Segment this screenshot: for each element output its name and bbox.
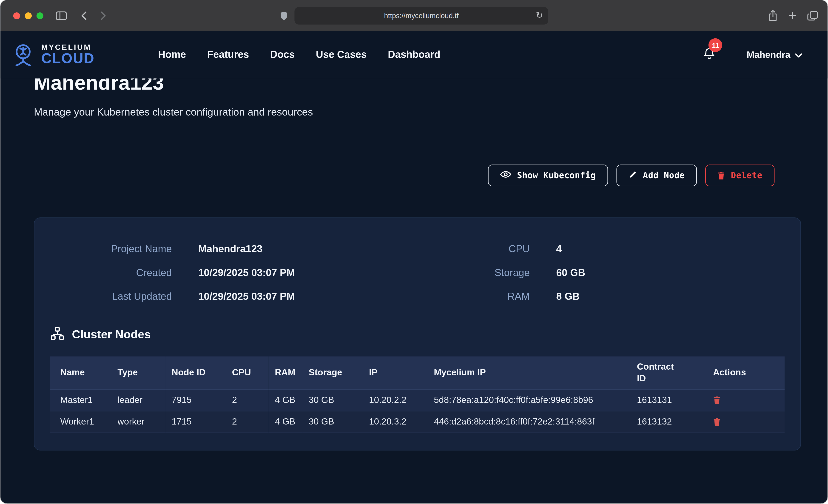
detail-row-last-updated: Last Updated 10/29/2025 03:07 PM: [50, 285, 408, 308]
cluster-nodes-title: Cluster Nodes: [72, 328, 151, 341]
cluster-nodes-table: Name Type Node ID CPU RAM Storage IP Myc…: [50, 356, 785, 433]
nav-links: Home Features Docs Use Cases Dashboard: [158, 49, 440, 60]
detail-row-ram: RAM 8 GB: [408, 285, 785, 308]
delete-cluster-button[interactable]: Delete: [705, 165, 775, 186]
cell-mycelium-ip: 5d8:78ea:a120:f40c:ff0f:a5fe:99e6:8b96: [427, 389, 631, 411]
cluster-nodes-heading: Cluster Nodes: [50, 326, 785, 342]
details-left-column: Project Name Mahendra123 Created 10/29/2…: [50, 237, 408, 308]
cell-mycelium-ip: 446:d2a6:8bcd:8c16:ff0f:72e2:3114:863f: [427, 411, 631, 433]
browser-window: https://myceliumcloud.tf ↻: [0, 0, 827, 503]
cell-ip: 10.20.3.2: [363, 411, 427, 433]
created-label: Created: [50, 267, 172, 279]
brand-line2: CLOUD: [41, 52, 94, 66]
project-name-label: Project Name: [50, 243, 172, 255]
nav-item-dashboard[interactable]: Dashboard: [388, 49, 440, 60]
page-subtitle: Manage your Kubernetes cluster configura…: [34, 106, 801, 118]
cpu-value: 4: [556, 243, 785, 255]
ram-value: 8 GB: [556, 291, 785, 302]
pencil-icon: [628, 170, 637, 181]
nav-item-features[interactable]: Features: [207, 49, 249, 60]
table-row-master1: Master1 leader 7915 2 4 GB 30 GB 10.20.2…: [50, 389, 785, 411]
show-kubeconfig-button[interactable]: Show Kubeconfig: [488, 165, 608, 186]
tab-overview-icon[interactable]: [807, 10, 818, 21]
last-updated-label: Last Updated: [50, 291, 172, 302]
url-text: https://myceliumcloud.tf: [384, 11, 459, 19]
cell-contract-id: 1613131: [631, 389, 707, 411]
created-value: 10/29/2025 03:07 PM: [198, 267, 408, 279]
col-storage: Storage: [302, 356, 363, 390]
new-tab-icon[interactable]: [788, 11, 797, 20]
user-name: Mahendra: [747, 49, 790, 60]
cell-name: Worker1: [50, 411, 111, 433]
nav-item-docs[interactable]: Docs: [270, 49, 295, 60]
user-menu[interactable]: Mahendra: [747, 49, 802, 60]
cell-type: worker: [111, 411, 165, 433]
cell-node-id: 1715: [165, 411, 226, 433]
cell-name: Master1: [50, 389, 111, 411]
col-name: Name: [50, 356, 111, 390]
col-actions: Actions: [707, 356, 785, 390]
cell-type: leader: [111, 389, 165, 411]
cell-cpu: 2: [226, 389, 268, 411]
cell-cpu: 2: [226, 411, 268, 433]
stage: https://myceliumcloud.tf ↻: [0, 0, 828, 504]
cluster-nodes-icon: [50, 326, 65, 342]
detail-row-created: Created 10/29/2025 03:07 PM: [50, 261, 408, 285]
detail-row-project-name: Project Name Mahendra123: [50, 237, 408, 261]
mycelium-logo-icon: [8, 42, 36, 67]
cluster-details-card: Project Name Mahendra123 Created 10/29/2…: [34, 217, 801, 451]
address-bar[interactable]: https://myceliumcloud.tf ↻: [294, 7, 548, 24]
cell-actions: [707, 389, 785, 411]
table-row-worker1: Worker1 worker 1715 2 4 GB 30 GB 10.20.3…: [50, 411, 785, 433]
brand-logo[interactable]: MYCELIUM CLOUD: [8, 42, 95, 67]
col-node-id: Node ID: [165, 356, 226, 390]
last-updated-value: 10/29/2025 03:07 PM: [198, 291, 408, 302]
trash-icon: [718, 171, 725, 180]
notifications-button[interactable]: 11: [703, 47, 716, 62]
top-navigation: MYCELIUM CLOUD Home Features Docs Use Ca…: [0, 31, 827, 78]
address-area: https://myceliumcloud.tf ↻: [0, 0, 827, 31]
reload-icon[interactable]: ↻: [536, 11, 543, 20]
browser-chrome: https://myceliumcloud.tf ↻: [0, 0, 827, 31]
mycelium-cloud-page: MYCELIUM CLOUD Home Features Docs Use Ca…: [0, 31, 827, 503]
cluster-actions: Show Kubeconfig Add Node Delete: [34, 165, 801, 186]
brand-text: MYCELIUM CLOUD: [41, 43, 94, 66]
brand-line1: MYCELIUM: [41, 43, 94, 51]
chrome-right-buttons: [768, 0, 818, 31]
nav-right: 11 Mahendra: [703, 47, 802, 62]
col-ip: IP: [363, 356, 427, 390]
notification-badge: 11: [709, 38, 722, 52]
cpu-label: CPU: [408, 243, 530, 255]
cell-node-id: 7915: [165, 389, 226, 411]
chevron-down-icon: [795, 49, 802, 60]
col-ram: RAM: [268, 356, 302, 390]
cell-contract-id: 1613132: [631, 411, 707, 433]
nav-item-home[interactable]: Home: [158, 49, 186, 60]
add-node-button[interactable]: Add Node: [616, 165, 697, 186]
col-type: Type: [111, 356, 165, 390]
cell-storage: 30 GB: [302, 411, 363, 433]
table-header-row: Name Type Node ID CPU RAM Storage IP Myc…: [50, 356, 785, 390]
col-contract-id: Contract ID: [631, 356, 707, 390]
ram-label: RAM: [408, 291, 530, 302]
cell-ram: 4 GB: [268, 411, 302, 433]
col-cpu: CPU: [226, 356, 268, 390]
delete-label: Delete: [731, 170, 762, 180]
privacy-shield-icon[interactable]: [280, 10, 288, 21]
show-kubeconfig-label: Show Kubeconfig: [517, 170, 596, 180]
cell-ram: 4 GB: [268, 389, 302, 411]
col-mycelium-ip: Mycelium IP: [427, 356, 631, 390]
eye-icon: [500, 170, 511, 181]
project-name-value: Mahendra123: [198, 243, 408, 255]
delete-node-button[interactable]: [713, 396, 720, 405]
storage-label: Storage: [408, 267, 530, 279]
detail-row-cpu: CPU 4: [408, 237, 785, 261]
details-right-column: CPU 4 Storage 60 GB RAM 8 GB: [408, 237, 785, 308]
delete-node-button[interactable]: [713, 418, 720, 426]
share-icon[interactable]: [768, 10, 778, 22]
nav-item-use-cases[interactable]: Use Cases: [316, 49, 367, 60]
storage-value: 60 GB: [556, 267, 785, 279]
main-content: Mahendra123 Manage your Kubernetes clust…: [0, 70, 827, 451]
project-details: Project Name Mahendra123 Created 10/29/2…: [50, 237, 785, 308]
detail-row-storage: Storage 60 GB: [408, 261, 785, 285]
